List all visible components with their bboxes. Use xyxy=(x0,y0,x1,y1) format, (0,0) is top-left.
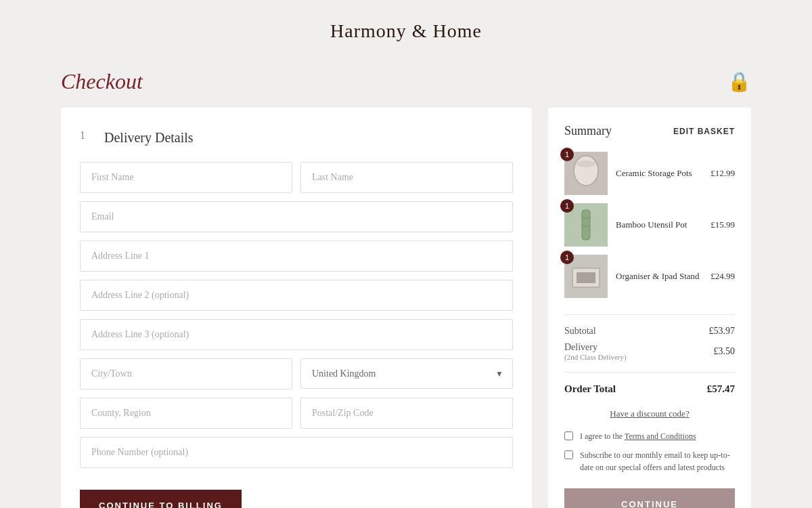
country-select-wrapper: United Kingdom United States Australia C… xyxy=(300,358,513,389)
subscribe-checkbox[interactable] xyxy=(564,450,573,459)
last-name-field xyxy=(300,162,513,193)
terms-checkbox-row: I agree to the Terms and Conditions xyxy=(564,430,735,442)
subtotal-row: Subtotal £53.97 xyxy=(564,326,735,337)
terms-label: I agree to the Terms and Conditions xyxy=(580,430,696,442)
discount-code-link[interactable]: Have a discount code? xyxy=(564,408,735,419)
delivery-row: Delivery (2nd Class Delivery) £3.50 xyxy=(564,342,735,361)
delivery-section-header: 1 Delivery Details xyxy=(80,129,513,146)
city-country-row: United Kingdom United States Australia C… xyxy=(80,358,513,389)
address2-row xyxy=(80,280,513,311)
site-title: Harmony & Home xyxy=(61,20,751,42)
svg-rect-9 xyxy=(577,272,595,283)
postal-input[interactable] xyxy=(300,398,513,429)
country-field: United Kingdom United States Australia C… xyxy=(300,358,513,389)
main-layout: 1 Delivery Details xyxy=(61,108,751,508)
divider xyxy=(564,314,735,315)
svg-point-1 xyxy=(574,156,598,186)
product-quantity-badge: 1 xyxy=(560,199,574,213)
product-item: 1 Bamboo Utensil Pot £15.99 xyxy=(564,203,735,247)
terms-checkbox[interactable] xyxy=(564,431,573,440)
first-name-input[interactable] xyxy=(80,162,292,193)
delivery-sublabel: (2nd Class Delivery) xyxy=(564,353,627,361)
delivery-label: Delivery xyxy=(564,342,627,353)
continue-to-billing-button[interactable]: CONTINUE TO BILLING xyxy=(80,490,242,508)
product-image-wrapper: 1 xyxy=(564,255,608,298)
name-row xyxy=(80,162,513,193)
country-select[interactable]: United Kingdom United States Australia C… xyxy=(300,358,513,389)
first-name-field xyxy=(80,162,292,193)
city-input[interactable] xyxy=(80,358,292,389)
order-total-label: Order Total xyxy=(564,383,616,395)
product-price: £12.99 xyxy=(710,168,735,179)
product-name: Ceramic Storage Pots xyxy=(616,168,702,179)
address3-row xyxy=(80,319,513,350)
subscribe-checkbox-row: Subscribe to our monthly email to keep u… xyxy=(564,449,735,473)
email-input[interactable] xyxy=(80,201,513,232)
address3-input[interactable] xyxy=(80,319,513,350)
email-row xyxy=(80,201,513,232)
product-item: 1 Organiser & Ipad Stand £24.99 xyxy=(564,255,735,298)
delivery-value: £3.50 xyxy=(714,346,736,357)
delivery-section-number: 1 xyxy=(80,129,96,146)
delivery-section-label: Delivery Details xyxy=(104,130,194,146)
terms-link[interactable]: Terms and Conditions xyxy=(625,431,696,441)
order-total-value: £57.47 xyxy=(707,383,735,395)
phone-input[interactable] xyxy=(80,437,513,468)
edit-basket-button[interactable]: EDIT BASKET xyxy=(673,127,735,136)
product-list: 1 Ceramic Storage Pots £12.99 xyxy=(564,152,735,298)
subscribe-label: Subscribe to our monthly email to keep u… xyxy=(580,449,735,473)
divider xyxy=(564,372,735,373)
summary-title: Summary xyxy=(564,124,612,138)
total-row: Order Total £57.47 xyxy=(564,383,735,395)
address2-input[interactable] xyxy=(80,280,513,311)
phone-row xyxy=(80,437,513,468)
postal-field xyxy=(300,398,513,429)
delivery-label-wrapper: Delivery (2nd Class Delivery) xyxy=(564,342,627,361)
product-price: £24.99 xyxy=(710,271,735,282)
product-quantity-badge: 1 xyxy=(560,251,574,264)
address1-input[interactable] xyxy=(80,240,513,272)
site-header: Harmony & Home xyxy=(61,0,751,56)
summary-header: Summary EDIT BASKET xyxy=(564,124,735,138)
last-name-input[interactable] xyxy=(300,162,513,193)
continue-button[interactable]: CONTINUE xyxy=(564,488,735,508)
county-input[interactable] xyxy=(80,398,292,429)
subtotal-label: Subtotal xyxy=(564,326,596,337)
svg-point-2 xyxy=(577,161,595,167)
address1-row xyxy=(80,240,513,272)
product-item: 1 Ceramic Storage Pots £12.99 xyxy=(564,152,735,195)
county-field xyxy=(80,398,292,429)
product-name: Bamboo Utensil Pot xyxy=(616,219,702,230)
subtotal-value: £53.97 xyxy=(709,326,736,337)
lock-icon: 🔒 xyxy=(727,70,751,93)
order-summary: Summary EDIT BASKET 1 xyxy=(548,108,751,508)
delivery-form-section: 1 Delivery Details xyxy=(61,108,532,508)
county-postal-row xyxy=(80,398,513,429)
product-image-wrapper: 1 xyxy=(564,203,608,247)
city-field xyxy=(80,358,292,389)
product-quantity-badge: 1 xyxy=(560,148,574,161)
product-price: £15.99 xyxy=(710,219,735,230)
page-title: Checkout xyxy=(61,69,143,94)
product-name: Organiser & Ipad Stand xyxy=(616,271,702,282)
product-image-wrapper: 1 xyxy=(564,152,608,195)
svg-rect-4 xyxy=(582,210,590,240)
